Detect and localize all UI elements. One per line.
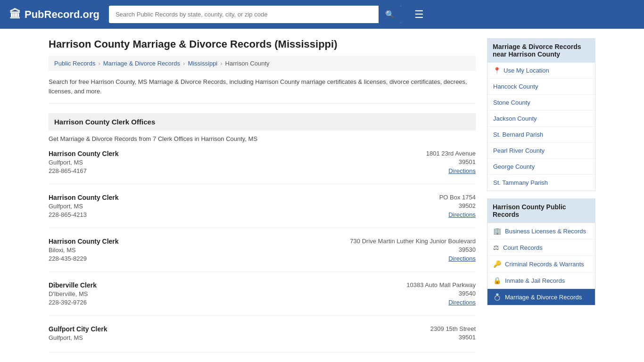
clerk-street: PO Box 1754 [372, 194, 476, 201]
clerk-address: 2309 15th Street 39501 [372, 325, 476, 343]
directions-link[interactable]: Directions [448, 255, 476, 262]
public-record-link[interactable]: Marriage & Divorce Records [505, 294, 582, 301]
breadcrumb-item-public-records[interactable]: Public Records [54, 60, 95, 67]
nearby-county-link[interactable]: Hancock County [493, 83, 538, 90]
clerk-phone: 228-865-4213 [49, 211, 372, 218]
record-type-icon: 🏢 [493, 227, 501, 235]
public-record-link[interactable]: Business Licenses & Records [505, 228, 586, 235]
record-type-icon: ⚖ [493, 244, 499, 251]
site-header: 🏛 PubRecord.org 🔍 ☰ [0, 0, 644, 29]
table-row: Harrison County Clerk Gulfport, MS 228-8… [49, 194, 476, 228]
logo-text: PubRecord.org [25, 8, 99, 21]
logo-icon: 🏛 [9, 8, 21, 21]
clerk-section-subtext: Get Marriage & Divorce Records from 7 Cl… [49, 135, 476, 142]
record-type-icon: 🔒 [493, 277, 501, 284]
nearby-list: 📍Use My LocationHancock CountyStone Coun… [487, 63, 595, 191]
table-row: Harrison County Clerk Gulfport, MS 228-8… [49, 150, 476, 184]
list-item[interactable]: 📍Use My Location [487, 63, 595, 79]
clerk-city: Gulfport, MS [49, 334, 372, 341]
breadcrumb-item-harrison-county: Harrison County [225, 60, 270, 67]
sidebar: Marriage & Divorce Records near Harrison… [487, 38, 595, 362]
hamburger-menu[interactable]: ☰ [411, 7, 428, 23]
list-item[interactable]: 🔒 Inmate & Jail Records [487, 272, 595, 289]
clerk-name: Diberville Clerk [49, 281, 372, 289]
directions-link[interactable]: Directions [448, 211, 476, 218]
clerk-name: Gulfport City Clerk [49, 325, 372, 333]
site-logo[interactable]: 🏛 PubRecord.org [9, 8, 99, 21]
record-type-icon: 💍 [493, 293, 501, 301]
search-bar: 🔍 [109, 6, 401, 23]
public-record-link[interactable]: Inmate & Jail Records [505, 277, 565, 284]
nearby-county-link[interactable]: Jackson County [493, 115, 537, 122]
clerk-address: 1801 23rd Avenue 39501 Directions [372, 150, 476, 174]
clerk-zip: 39501 [372, 334, 476, 341]
breadcrumb-item-marriage-divorce[interactable]: Marriage & Divorce Records [103, 60, 180, 67]
nearby-heading: Marriage & Divorce Records near Harrison… [487, 38, 595, 63]
location-pin-icon: 📍 [493, 67, 501, 74]
use-location-link[interactable]: Use My Location [504, 67, 549, 74]
clerk-street: 730 Drive Martin Luther King Junior Boul… [350, 238, 476, 245]
record-type-icon: 🔑 [493, 260, 501, 268]
public-record-link[interactable]: Court Records [503, 244, 543, 251]
clerk-section-heading: Harrison County Clerk Offices [49, 113, 476, 131]
clerk-directions[interactable]: Directions [350, 255, 476, 262]
clerk-name: Harrison County Clerk [49, 194, 372, 201]
clerk-directions[interactable]: Directions [372, 167, 476, 174]
clerk-info: Diberville Clerk D'Iberville, MS 228-392… [49, 281, 372, 306]
clerk-address: PO Box 1754 39502 Directions [372, 194, 476, 218]
nearby-county-link[interactable]: George County [493, 163, 535, 170]
clerk-name: Harrison County Clerk [49, 238, 350, 245]
list-item[interactable]: Hancock County [487, 79, 595, 95]
list-item[interactable]: George County [487, 159, 595, 175]
page-title: Harrison County Marriage & Divorce Recor… [49, 38, 476, 50]
clerk-zip: 39530 [350, 246, 476, 253]
clerk-records-list: Harrison County Clerk Gulfport, MS 228-8… [49, 150, 476, 353]
clerk-phone: 228-435-8229 [49, 255, 350, 262]
list-item[interactable]: 🏢 Business Licenses & Records [487, 223, 595, 239]
clerk-zip: 39502 [372, 202, 476, 209]
nearby-section: Marriage & Divorce Records near Harrison… [487, 38, 595, 191]
list-item[interactable]: ⚖ Court Records [487, 239, 595, 256]
main-content: Harrison County Marriage & Divorce Recor… [49, 38, 476, 362]
table-row: Diberville Clerk D'Iberville, MS 228-392… [49, 281, 476, 316]
clerk-info: Harrison County Clerk Gulfport, MS 228-8… [49, 150, 372, 174]
clerk-street: 2309 15th Street [372, 325, 476, 332]
list-item[interactable]: 💍 Marriage & Divorce Records [487, 289, 595, 305]
breadcrumb-sep-2: › [183, 60, 185, 67]
clerk-info: Harrison County Clerk Gulfport, MS 228-8… [49, 194, 372, 218]
directions-link[interactable]: Directions [448, 299, 476, 306]
clerk-info: Harrison County Clerk Biloxi, MS 228-435… [49, 238, 350, 262]
nearby-county-link[interactable]: St. Bernard Parish [493, 131, 543, 138]
list-item[interactable]: Jackson County [487, 111, 595, 127]
clerk-zip: 39501 [372, 158, 476, 165]
public-records-section: Harrison County Public Records 🏢 Busines… [487, 198, 595, 305]
clerk-city: Gulfport, MS [49, 203, 372, 210]
clerk-address: 730 Drive Martin Luther King Junior Boul… [350, 238, 476, 262]
table-row: Harrison County Clerk Biloxi, MS 228-435… [49, 238, 476, 272]
list-item[interactable]: St. Tammany Parish [487, 175, 595, 190]
public-record-link[interactable]: Criminal Records & Warrants [505, 261, 584, 268]
list-item[interactable]: St. Bernard Parish [487, 127, 595, 143]
list-item[interactable]: Pearl River County [487, 143, 595, 159]
clerk-street: 10383 Auto Mall Parkway [372, 281, 476, 288]
clerk-directions[interactable]: Directions [372, 211, 476, 218]
search-button[interactable]: 🔍 [379, 6, 401, 23]
search-input[interactable] [109, 7, 379, 22]
list-item[interactable]: Stone County [487, 95, 595, 111]
breadcrumb-item-mississippi[interactable]: Mississippi [188, 60, 217, 67]
clerk-name: Harrison County Clerk [49, 150, 372, 157]
clerk-phone: 228-392-9726 [49, 299, 372, 306]
search-icon: 🔍 [385, 10, 395, 18]
nearby-county-link[interactable]: Pearl River County [493, 147, 545, 154]
table-row: Gulfport City Clerk Gulfport, MS 2309 15… [49, 325, 476, 353]
page-description: Search for free Harrison County, MS Marr… [49, 77, 476, 104]
clerk-city: D'Iberville, MS [49, 290, 372, 297]
nearby-county-link[interactable]: Stone County [493, 99, 530, 106]
clerk-directions[interactable]: Directions [372, 298, 476, 306]
nearby-county-link[interactable]: St. Tammany Parish [493, 179, 548, 186]
directions-link[interactable]: Directions [448, 167, 476, 174]
breadcrumb-sep-1: › [98, 60, 100, 67]
page-container: Harrison County Marriage & Divorce Recor… [39, 29, 605, 362]
clerk-city: Biloxi, MS [49, 247, 350, 254]
list-item[interactable]: 🔑 Criminal Records & Warrants [487, 256, 595, 272]
